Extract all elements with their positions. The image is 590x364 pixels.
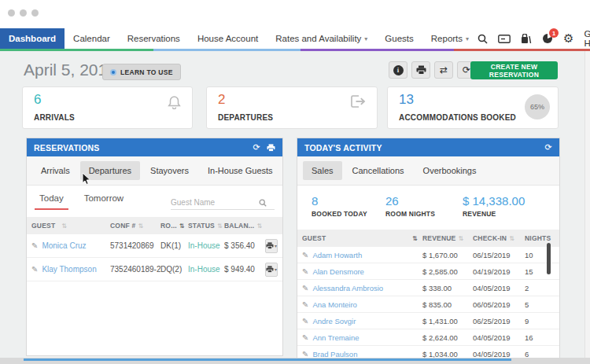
night-audit-icon[interactable]: 1	[542, 33, 553, 44]
edit-icon[interactable]: ✎	[31, 265, 38, 274]
sort-icon[interactable]: ⇅	[61, 222, 67, 230]
sort-icon[interactable]: ⇅	[138, 222, 143, 230]
create-new-reservation-button[interactable]: CREATE NEW RESERVATION	[470, 61, 558, 79]
tab-arrivals[interactable]: Arrivals	[32, 161, 79, 180]
nav-item-guests[interactable]: Guests	[376, 28, 422, 49]
front-desk-icon[interactable]	[521, 34, 532, 44]
scrollbar-thumb[interactable]	[547, 243, 551, 274]
col-guest[interactable]: GUEST	[31, 222, 55, 230]
sort-icon[interactable]: ⇅	[509, 235, 514, 242]
guest-link[interactable]: Alessandra Ambrosio	[312, 284, 383, 292]
chevron-down-icon: ▾	[466, 35, 469, 42]
printer-icon[interactable]	[267, 144, 275, 152]
guest-link[interactable]: Adam Howarth	[312, 251, 362, 259]
sort-icon[interactable]: ⇅	[217, 222, 223, 230]
edit-icon[interactable]: ✎	[302, 267, 308, 276]
learn-to-use-button[interactable]: LEARN TO USE	[102, 64, 181, 80]
room-nights-stat: 26 ROOM NIGHTS	[385, 194, 463, 218]
search-icon[interactable]	[478, 34, 488, 44]
revenue-cell: $ 2,624.00	[422, 333, 473, 342]
window-dot[interactable]	[31, 9, 39, 17]
sort-icon-active[interactable]: ⇅	[412, 235, 418, 242]
status-badge: In-House	[188, 265, 224, 274]
arrivals-card[interactable]: 6 ARRIVALS	[22, 86, 193, 129]
keycard-icon[interactable]	[498, 35, 511, 43]
revenue-stat: $ 14,338.00 REVENUE	[463, 194, 525, 218]
checkin-cell: 06/15/2019	[473, 251, 525, 259]
reservations-tabs: Arrivals Departures Stayovers In-House G…	[27, 156, 282, 186]
guest-link[interactable]: Alan Densmore	[312, 267, 363, 276]
guest-link[interactable]: Ann Tremaine	[312, 333, 359, 342]
refresh-icon[interactable]: ⟳	[253, 142, 260, 153]
print-menu-button[interactable]: ▾	[265, 239, 278, 253]
table-row: ✎ Ana Monteiro $ 835.00 06/05/2019 5	[297, 296, 559, 313]
window-dot[interactable]	[8, 9, 15, 17]
accommodations-card[interactable]: 13 ACCOMMODATIONS BOOKED 65%	[387, 86, 559, 129]
info-button[interactable]: i	[389, 61, 407, 79]
guest-link[interactable]: Monica Cruz	[42, 241, 86, 250]
gear-icon[interactable]: ⚙	[563, 31, 573, 46]
tab-inhouse-guests[interactable]: In-House Guests	[199, 161, 282, 180]
edit-icon[interactable]: ✎	[302, 350, 308, 358]
nav-item-house-account[interactable]: House Account	[189, 28, 267, 49]
nav-item-reports[interactable]: Reports▾	[422, 28, 478, 49]
tab-overbookings[interactable]: Overbookings	[415, 161, 485, 180]
room-swap-button[interactable]: ⇄	[434, 61, 453, 79]
reservations-table-header: GUEST⇅ CONF #⇅ RO...⇅ STATUS⇅ BALAN...⇅	[27, 217, 282, 234]
balance-amount: $ 949.40	[224, 265, 262, 274]
print-button[interactable]	[411, 61, 430, 79]
nav-item-reservations[interactable]: Reservations	[119, 28, 189, 49]
main-nav: Dashboard Calendar Reservations House Ac…	[0, 28, 590, 49]
edit-icon[interactable]: ✎	[302, 333, 308, 342]
window-dot[interactable]	[20, 9, 27, 17]
edit-icon[interactable]: ✎	[31, 241, 38, 250]
printer-icon	[416, 65, 426, 75]
printer-icon	[266, 266, 274, 273]
subtab-tomorrow[interactable]: Tomorrow	[79, 193, 128, 210]
col-conf[interactable]: CONF #	[110, 222, 135, 230]
activity-tabs: Sales Cancellations Overbookings	[297, 156, 559, 186]
departures-card[interactable]: 2 DEPARTURES	[206, 86, 378, 129]
edit-icon[interactable]: ✎	[302, 251, 308, 259]
video-progress-bar[interactable]	[24, 358, 511, 361]
sort-icon[interactable]: ⇅	[459, 235, 464, 242]
col-balance[interactable]: BALAN...	[224, 222, 254, 230]
sort-icon-active[interactable]: ⇅	[179, 222, 185, 230]
tab-stayovers[interactable]: Stayovers	[142, 161, 197, 180]
guest-link[interactable]: Brad Paulson	[312, 350, 357, 358]
nav-item-dashboard[interactable]: Dashboard	[0, 28, 65, 49]
col-status[interactable]: STATUS	[188, 222, 215, 230]
print-menu-button[interactable]: ▾	[265, 263, 278, 277]
tab-sales[interactable]: Sales	[303, 161, 342, 180]
checkin-cell: 06/05/2019	[473, 300, 525, 309]
edit-icon[interactable]: ✎	[302, 284, 308, 292]
col-revenue[interactable]: REVENUE	[422, 234, 456, 242]
refresh-icon[interactable]: ⟳	[545, 142, 552, 153]
subtab-today[interactable]: Today	[35, 193, 68, 210]
booked-today-stat: 8 BOOKED TODAY	[312, 194, 385, 218]
edit-icon[interactable]: ✎	[302, 317, 308, 325]
guest-link[interactable]: Klay Thompson	[42, 265, 96, 274]
col-checkin[interactable]: CHECK-IN	[473, 234, 507, 242]
reservations-panel-header: RESERVATIONS ⟳	[27, 138, 282, 156]
table-scrollbar[interactable]	[547, 243, 551, 361]
get-help-link[interactable]: Get Help	[584, 29, 590, 48]
col-nights[interactable]: NIGHTS	[525, 234, 551, 242]
window-titlebar	[0, 0, 590, 28]
guest-link[interactable]: Andre Sovgir	[312, 317, 356, 325]
tab-cancellations[interactable]: Cancellations	[344, 161, 413, 180]
col-guest[interactable]: GUEST	[302, 234, 326, 242]
edit-icon[interactable]: ✎	[302, 300, 308, 309]
nav-item-calendar[interactable]: Calendar	[65, 28, 119, 49]
nav-item-rates-availability[interactable]: Rates and Availability▾	[267, 28, 376, 49]
learn-to-use-label: LEARN TO USE	[120, 68, 173, 76]
window-controls[interactable]	[8, 9, 39, 17]
chevron-down-icon: ▾	[275, 243, 277, 248]
guest-name-search	[171, 198, 275, 210]
page-scrollbar[interactable]	[584, 51, 590, 364]
col-room[interactable]: RO...	[160, 222, 177, 230]
nav-label: Rates and Availability	[275, 34, 361, 43]
guest-link[interactable]: Ana Monteiro	[312, 300, 357, 309]
guest-name-input[interactable]	[171, 198, 259, 207]
search-icon[interactable]	[259, 199, 267, 207]
